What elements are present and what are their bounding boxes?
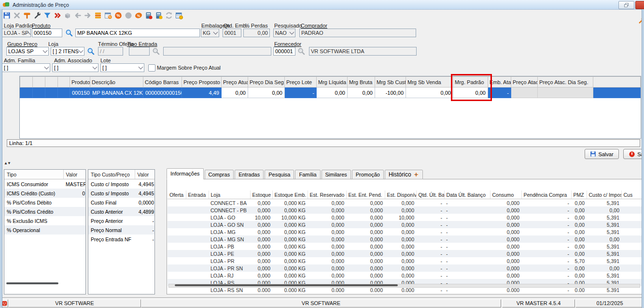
loja-search-icon[interactable]	[86, 47, 96, 56]
stock-cell[interactable]: 0,000	[490, 264, 521, 272]
stock-cell[interactable]: -	[444, 264, 490, 272]
stock-cell[interactable]	[186, 264, 209, 272]
list-icon[interactable]	[94, 11, 102, 19]
stock-row[interactable]: CONNECT - PB0,0000,000 KG0,0000,0000,000…	[168, 206, 642, 214]
main-grid-cell[interactable]: -100,00	[375, 88, 406, 98]
grupo-preco-select[interactable]: LOJAS SP	[6, 47, 49, 56]
tab-informacoes[interactable]: Informações	[167, 168, 204, 179]
produto-descricao-input[interactable]: MP BANANA CX 12KG	[75, 29, 200, 37]
salvar-button[interactable]: Salvar	[585, 149, 619, 159]
tax-panel-hscrollbar[interactable]	[6, 282, 58, 284]
main-grid-cell[interactable]: MP BANANA CX 12KG	[90, 88, 143, 98]
stock-cell[interactable]: -	[521, 199, 571, 207]
main-grid-cell[interactable]: 0,00	[348, 88, 375, 98]
stock-cell[interactable]	[168, 250, 186, 257]
stock-cell[interactable]: LOJA - PR	[209, 257, 250, 264]
main-grid-cell[interactable]	[20, 88, 33, 98]
stock-cell[interactable]: -	[416, 250, 444, 257]
stock-cell[interactable]: 0,000	[385, 221, 416, 228]
stock-cell[interactable]: 0,000	[385, 264, 416, 272]
stock-cell[interactable]: 5,391	[587, 257, 621, 264]
stock-cell[interactable]	[621, 250, 642, 257]
adm-associado-select[interactable]: [ ]	[52, 63, 98, 72]
stock-cell[interactable]: 0,000	[490, 228, 521, 235]
stock-cell[interactable]: 0,000	[346, 206, 385, 214]
stock-cell[interactable]: 0,000	[250, 272, 272, 279]
stock-cell[interactable]	[186, 272, 209, 279]
stock-cell[interactable]: -	[416, 199, 444, 207]
stock-cell[interactable]: 0,000	[250, 257, 272, 264]
stock-cell[interactable]: 0,000 KG	[272, 206, 308, 214]
main-grid-cell[interactable]: 0000000000150	[143, 88, 182, 98]
stock-cell[interactable]: LOJA - GO	[209, 214, 250, 221]
stock-cell[interactable]: 0,000	[308, 250, 346, 257]
stock-cell[interactable]: -	[521, 221, 571, 228]
tab-familia[interactable]: Família	[295, 170, 320, 179]
stock-cell[interactable]	[621, 206, 642, 214]
produto-search-icon[interactable]	[64, 29, 74, 37]
stock-cell[interactable]: LOJA - RJ	[209, 272, 250, 279]
stock-row[interactable]: LOJA - PR0,0000,000 KG0,0000,0000,000--0…	[168, 257, 642, 264]
stock-cell[interactable]	[168, 243, 186, 250]
main-grid-selected-row[interactable]: 000150MP BANANA CX 12KG00000000001504,49…	[20, 88, 641, 98]
stock-cell[interactable]	[621, 272, 642, 279]
stock-cell[interactable]: -	[521, 206, 571, 214]
stock-cell[interactable]: 0,000	[250, 221, 272, 228]
stock-cell[interactable]: -	[444, 235, 490, 243]
stock-cell[interactable]: 0,000	[490, 250, 521, 257]
stock-cell[interactable]: CONNECT - BA	[209, 199, 250, 207]
stock-cell[interactable]: 0,000	[250, 264, 272, 272]
stock-cell[interactable]: 0,000	[385, 228, 416, 235]
stock-cell[interactable]: LOJA - PB	[209, 243, 250, 250]
stock-cell[interactable]: 10,000 KG	[272, 214, 308, 221]
stock-cell[interactable]	[168, 235, 186, 243]
stock-cell[interactable]	[621, 214, 642, 221]
comprador-label[interactable]: Comprador	[301, 23, 327, 29]
stock-cell[interactable]: -	[444, 272, 490, 279]
stock-cell[interactable]: 0,000 KG	[272, 221, 308, 228]
main-grid-cell[interactable]: 0,00	[248, 88, 285, 98]
stock-cell[interactable]: 0,000	[346, 264, 385, 272]
stock-row[interactable]: LOJA - MG0,0000,000 KG0,0000,0000,000--0…	[168, 228, 642, 235]
grupo-preco-label[interactable]: Grupo Preço	[7, 41, 37, 47]
stock-cell[interactable]	[168, 257, 186, 264]
stock-row[interactable]: CONNECT - BA0,0000,000 KG0,0000,0000,000…	[168, 199, 642, 207]
stock-cell[interactable]: -	[521, 272, 571, 279]
stock-cell[interactable]: -	[444, 221, 490, 228]
main-grid-cell[interactable]: -	[488, 88, 511, 98]
stock-cell[interactable]: -	[416, 228, 444, 235]
stock-cell[interactable]	[168, 199, 186, 207]
percent-badge-icon[interactable]: %	[114, 11, 122, 19]
stock-cell[interactable]: 0,00	[571, 235, 587, 243]
stock-cell[interactable]: 0,000 KG	[272, 228, 308, 235]
stock-cell[interactable]: -	[416, 221, 444, 228]
stock-cell[interactable]: 0,000	[250, 250, 272, 257]
stock-cell[interactable]	[621, 264, 642, 272]
stock-cell[interactable]	[186, 221, 209, 228]
stock-cell[interactable]	[168, 214, 186, 221]
tab-promocao[interactable]: Promoção	[352, 170, 384, 179]
stock-cell[interactable]: 0,000 KG	[272, 250, 308, 257]
stock-cell[interactable]: 0,000	[308, 199, 346, 207]
main-grid-cell[interactable]	[538, 88, 593, 98]
stock-cell[interactable]: 0,000	[308, 257, 346, 264]
fornecedor-label[interactable]: Fornecedor	[274, 41, 301, 47]
close-window-button[interactable]	[635, 1, 644, 9]
price-table-icon[interactable]	[175, 11, 183, 19]
stock-cell[interactable]: 0,00	[571, 221, 587, 228]
main-grid-cell[interactable]: -	[285, 88, 317, 98]
stock-cell[interactable]: 0,000	[308, 264, 346, 272]
stock-cell[interactable]: 0,000	[250, 235, 272, 243]
stock-cell[interactable]: -	[521, 264, 571, 272]
stock-cell[interactable]: 0,00	[571, 250, 587, 257]
stock-cell[interactable]: 10,000	[385, 214, 416, 221]
stock-cell[interactable]: 0,00	[571, 272, 587, 279]
main-grid-cell[interactable]: 0,00	[453, 88, 488, 98]
stock-cell[interactable]: 0,00	[571, 206, 587, 214]
stock-cell[interactable]: 0,00	[571, 214, 587, 221]
stock-cell[interactable]: -	[444, 199, 490, 207]
stock-cell[interactable]	[621, 221, 642, 228]
main-grid-cell[interactable]	[45, 88, 58, 98]
stock-cell[interactable]: 0,000 KG	[272, 199, 308, 207]
tab-pesquisa[interactable]: Pesquisa	[265, 170, 294, 179]
